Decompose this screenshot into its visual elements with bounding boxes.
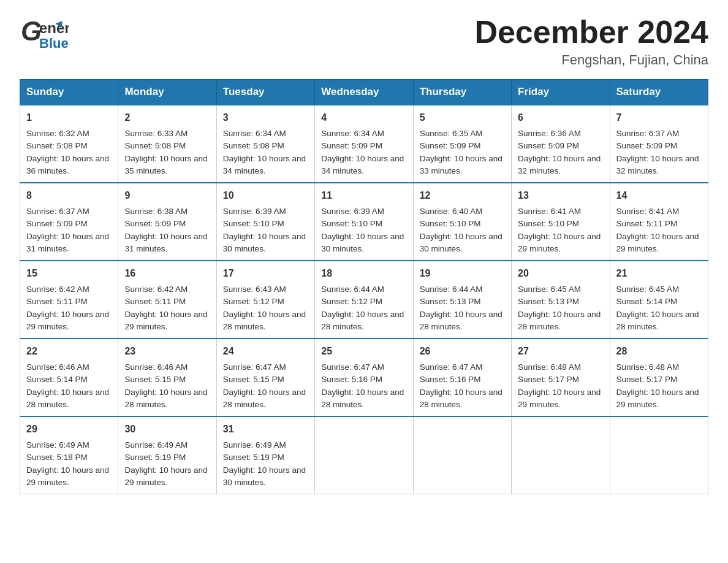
calendar-day-9: 9Sunrise: 6:38 AMSunset: 5:09 PMDaylight… [118,183,216,261]
sunrise-text: Sunrise: 6:38 AM [124,207,188,216]
daylight-text: Daylight: 10 hours and 28 minutes. [420,388,502,409]
day-number: 2 [124,110,210,125]
sunset-text: Sunset: 5:18 PM [26,453,88,462]
day-number: 4 [321,110,406,125]
sunset-text: Sunset: 5:10 PM [518,219,579,228]
daylight-text: Daylight: 10 hours and 29 minutes. [616,388,699,409]
daylight-text: Daylight: 10 hours and 29 minutes. [518,232,601,253]
daylight-text: Daylight: 10 hours and 28 minutes. [26,388,109,409]
daylight-text: Daylight: 10 hours and 35 minutes. [124,154,207,175]
svg-text:eneral: eneral [39,20,69,36]
sunrise-text: Sunrise: 6:48 AM [518,362,581,372]
sunrise-text: Sunrise: 6:42 AM [26,285,89,294]
calendar-day-1: 1Sunrise: 6:32 AMSunset: 5:08 PMDaylight… [20,105,118,183]
sunrise-text: Sunrise: 6:44 AM [321,285,384,294]
sunset-text: Sunset: 5:10 PM [420,219,481,228]
calendar-day-31: 31Sunrise: 6:49 AMSunset: 5:19 PMDayligh… [216,416,314,494]
calendar-day-19: 19Sunrise: 6:44 AMSunset: 5:13 PMDayligh… [413,261,511,339]
day-number: 11 [321,188,406,203]
daylight-text: Daylight: 10 hours and 28 minutes. [616,310,699,331]
sunset-text: Sunset: 5:15 PM [223,375,284,384]
daylight-text: Daylight: 10 hours and 28 minutes. [223,310,306,331]
sunset-text: Sunset: 5:12 PM [321,297,382,306]
page-subtitle: Fengshan, Fujian, China [474,52,708,68]
day-number: 12 [420,188,505,203]
sunrise-text: Sunrise: 6:41 AM [616,207,680,216]
calendar-day-13: 13Sunrise: 6:41 AMSunset: 5:10 PMDayligh… [512,183,610,261]
day-number: 19 [420,266,505,281]
day-number: 22 [26,344,112,359]
sunset-text: Sunset: 5:16 PM [420,375,481,384]
page-header: G eneral Blue December 2024 Fengshan, Fu… [20,15,708,68]
sunrise-text: Sunrise: 6:45 AM [616,285,680,294]
calendar-day-5: 5Sunrise: 6:35 AMSunset: 5:09 PMDaylight… [413,105,511,183]
day-number: 31 [223,422,308,437]
daylight-text: Daylight: 10 hours and 29 minutes. [26,310,109,331]
daylight-text: Daylight: 10 hours and 28 minutes. [518,310,601,331]
daylight-text: Daylight: 10 hours and 28 minutes. [420,310,502,331]
day-number: 13 [518,188,603,203]
sunrise-text: Sunrise: 6:47 AM [223,362,286,372]
calendar-day-3: 3Sunrise: 6:34 AMSunset: 5:08 PMDaylight… [216,105,314,183]
sunset-text: Sunset: 5:13 PM [420,297,481,306]
svg-text:Blue: Blue [39,36,69,51]
daylight-text: Daylight: 10 hours and 29 minutes. [616,232,699,253]
daylight-text: Daylight: 10 hours and 28 minutes. [321,388,404,409]
calendar-week-5: 29Sunrise: 6:49 AMSunset: 5:18 PMDayligh… [20,416,708,494]
sunset-text: Sunset: 5:09 PM [518,141,579,150]
calendar-day-2: 2Sunrise: 6:33 AMSunset: 5:08 PMDaylight… [118,105,216,183]
day-number: 30 [124,422,210,437]
sunset-text: Sunset: 5:10 PM [321,219,382,228]
sunset-text: Sunset: 5:17 PM [616,375,678,384]
day-number: 14 [616,188,702,203]
daylight-text: Daylight: 10 hours and 28 minutes. [223,388,306,409]
calendar-day-14: 14Sunrise: 6:41 AMSunset: 5:11 PMDayligh… [610,183,708,261]
day-number: 16 [124,266,210,281]
calendar-day-8: 8Sunrise: 6:37 AMSunset: 5:09 PMDaylight… [20,183,118,261]
sunset-text: Sunset: 5:13 PM [518,297,579,306]
sunset-text: Sunset: 5:17 PM [518,375,579,384]
sunrise-text: Sunrise: 6:42 AM [124,285,188,294]
sunset-text: Sunset: 5:14 PM [616,297,678,306]
col-header-thursday: Thursday [413,80,511,105]
sunrise-text: Sunrise: 6:46 AM [124,362,188,372]
calendar-day-28: 28Sunrise: 6:48 AMSunset: 5:17 PMDayligh… [610,339,708,416]
sunrise-text: Sunrise: 6:40 AM [420,207,483,216]
sunrise-text: Sunrise: 6:44 AM [420,285,483,294]
calendar-week-4: 22Sunrise: 6:46 AMSunset: 5:14 PMDayligh… [20,339,708,416]
day-number: 1 [26,110,112,125]
daylight-text: Daylight: 10 hours and 31 minutes. [26,232,109,253]
day-number: 3 [223,110,308,125]
sunrise-text: Sunrise: 6:35 AM [420,129,483,138]
sunrise-text: Sunrise: 6:49 AM [223,440,286,450]
sunrise-text: Sunrise: 6:34 AM [223,129,286,138]
sunset-text: Sunset: 5:15 PM [124,375,186,384]
calendar-day-15: 15Sunrise: 6:42 AMSunset: 5:11 PMDayligh… [20,261,118,339]
day-number: 29 [26,422,112,437]
calendar-day-30: 30Sunrise: 6:49 AMSunset: 5:19 PMDayligh… [118,416,216,494]
sunset-text: Sunset: 5:08 PM [223,141,284,150]
sunrise-text: Sunrise: 6:32 AM [26,129,89,138]
sunrise-text: Sunrise: 6:36 AM [518,129,581,138]
sunrise-text: Sunrise: 6:33 AM [124,129,188,138]
day-number: 28 [616,344,702,359]
daylight-text: Daylight: 10 hours and 31 minutes. [124,232,207,253]
day-number: 6 [518,110,603,125]
calendar-week-1: 1Sunrise: 6:32 AMSunset: 5:08 PMDaylight… [20,105,708,183]
day-number: 8 [26,188,112,203]
logo-icon: G eneral Blue [20,15,69,52]
col-header-monday: Monday [118,80,216,105]
day-number: 24 [223,344,308,359]
daylight-text: Daylight: 10 hours and 30 minutes. [321,232,404,253]
col-header-tuesday: Tuesday [216,80,314,105]
page-title: December 2024 [474,15,708,50]
sunrise-text: Sunrise: 6:45 AM [518,285,581,294]
calendar-header-row: SundayMondayTuesdayWednesdayThursdayFrid… [20,80,708,105]
sunset-text: Sunset: 5:16 PM [321,375,382,384]
day-number: 15 [26,266,112,281]
calendar-week-3: 15Sunrise: 6:42 AMSunset: 5:11 PMDayligh… [20,261,708,339]
col-header-wednesday: Wednesday [315,80,413,105]
sunset-text: Sunset: 5:10 PM [223,219,284,228]
day-number: 9 [124,188,210,203]
sunset-text: Sunset: 5:11 PM [616,219,678,228]
